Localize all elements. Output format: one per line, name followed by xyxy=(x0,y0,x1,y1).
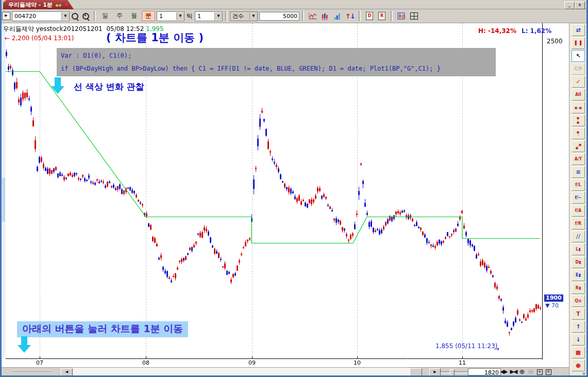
pattern-e-tool-icon[interactable]: E▮ xyxy=(572,269,585,281)
left-scrollbar[interactable] xyxy=(2,23,6,359)
more-tools-chevron[interactable]: » xyxy=(581,372,586,375)
doc-d-icon[interactable]: D xyxy=(364,11,375,21)
doc-r-icon[interactable]: R xyxy=(376,11,388,21)
parallel-lines-tool-icon[interactable]: ≡ xyxy=(572,166,585,178)
tab-close-icon[interactable]: ✕ xyxy=(64,2,69,8)
note-observe: 선 색상 변화 관찰 xyxy=(74,81,144,93)
zoom-slider[interactable] xyxy=(441,371,468,373)
pattern-l-tool-icon[interactable]: L▮ xyxy=(572,243,585,255)
vertical-line-tool-icon[interactable]: ●─● xyxy=(572,114,585,126)
period-button-분[interactable]: 분 xyxy=(142,11,155,21)
minimize-button[interactable]: _ xyxy=(564,2,575,9)
pattern-r-tool-icon[interactable]: R▮ xyxy=(572,282,585,294)
note-bottom: 아래의 버튼을 눌러 차트를 1분 이동 xyxy=(17,321,188,337)
scroll-down-button[interactable]: ↓ xyxy=(572,334,585,346)
main-toolbar: ▶ 004720 ▼ + 일주월분 1 ▼ 틱 1 ▼ 건수 ▼ 5000 ↑↓… xyxy=(0,9,588,23)
fib-retracement-tool-icon[interactable]: f/R xyxy=(572,218,585,230)
code-line-1: Var : D1(0), C1(0); xyxy=(57,48,496,61)
left-scrollbar-thumb[interactable] xyxy=(2,178,5,222)
resize-handle[interactable] xyxy=(12,370,52,373)
delete-check-icon[interactable]: ✓ xyxy=(572,76,585,88)
delete-all-icon[interactable]: All xyxy=(572,89,585,101)
chevron-down-icon[interactable]: ▼ xyxy=(214,12,222,20)
note-title: ( 차트를 1분 이동 ) xyxy=(106,30,204,45)
pattern-d-tool-icon-glyph: D▮ xyxy=(575,260,581,265)
scroll-left-button[interactable]: ◀ xyxy=(61,368,73,376)
chevron-down-icon[interactable]: ▼ xyxy=(61,12,69,20)
pan-buttons-icon[interactable]: ◀▶ xyxy=(498,368,509,375)
count-combo[interactable]: 건수 ▼ xyxy=(230,11,258,21)
interval-value: 1 xyxy=(157,13,176,20)
cp-tool-icon-glyph: C/P xyxy=(575,67,582,71)
table-icon[interactable] xyxy=(408,11,419,21)
text-note-tool-icon[interactable]: A/T xyxy=(572,153,585,165)
cursor-icon-glyph: ↖ xyxy=(576,53,580,59)
compress-icon[interactable]: ▶◀ xyxy=(508,368,518,375)
record-button[interactable]: ● xyxy=(572,359,585,371)
close-button[interactable]: x xyxy=(575,2,585,9)
text-tool-icon-glyph: T xyxy=(576,310,580,317)
scroll-right-button[interactable]: ▶ xyxy=(429,368,441,376)
bar-count-input[interactable]: 1820 xyxy=(468,368,501,375)
search-plus-icon[interactable]: + xyxy=(82,13,89,20)
updown-arrows-icon[interactable]: ↑↓ xyxy=(344,11,356,21)
scrollbar-thumb[interactable] xyxy=(410,368,422,376)
tick-combo[interactable]: 1 ▼ xyxy=(195,11,223,21)
search-icon[interactable] xyxy=(72,13,78,20)
count-input[interactable]: 5000 xyxy=(259,12,299,21)
drawing-toolbar: ⇄▌▐↖C/P✓All●─●●─●●─●─●A/T≡f/Lf/~f/Af/R//… xyxy=(569,23,587,377)
down-arrow-icon xyxy=(21,336,27,345)
candle-chart-icon[interactable]: ▌▐ xyxy=(572,37,585,49)
fib-line-tool-icon[interactable]: f/L xyxy=(572,179,585,191)
refresh-icon[interactable]: ⇄ xyxy=(572,24,585,36)
low-percent: L: 1,62% xyxy=(522,27,551,35)
horizontal-line-tool-icon-glyph: ●─● xyxy=(575,106,582,109)
scroll-up-button-glyph: ↑ xyxy=(576,323,580,330)
symbol-combo[interactable]: 004720 ▼ xyxy=(12,11,70,21)
quote-list-tool-icon[interactable]: Q≡ xyxy=(572,295,585,307)
symbol-prefix-icon[interactable]: ▶ xyxy=(2,12,10,20)
tick-value: 1 xyxy=(195,13,214,20)
candle-box-icon[interactable] xyxy=(396,11,407,21)
pattern-d-tool-icon[interactable]: D▮ xyxy=(572,256,585,268)
fib-fan-tool-icon[interactable]: f/A xyxy=(572,205,585,217)
quote-list-tool-icon-glyph: Q≡ xyxy=(575,299,582,303)
pattern-l-tool-icon-glyph: L▮ xyxy=(576,247,581,252)
trendline-tool-icon[interactable]: ●─● xyxy=(572,140,585,152)
chevron-down-icon[interactable]: ▼ xyxy=(249,12,257,20)
horizontal-line-tool-icon[interactable]: ●─● xyxy=(572,102,585,113)
stop-button[interactable]: ■ xyxy=(572,347,585,358)
high-percent: H: -14,32% xyxy=(478,27,516,35)
channel-tool-icon[interactable]: // xyxy=(572,231,585,242)
bar-chart-icon[interactable] xyxy=(320,11,331,21)
line-chart-icon[interactable] xyxy=(307,11,318,21)
fib-fan-tool-icon-glyph: f/A xyxy=(575,208,582,213)
channel-tool-icon-glyph: // xyxy=(576,233,580,240)
vertical-line-tool-icon-glyph: ●─● xyxy=(577,117,580,124)
close-panel-icon[interactable]: × xyxy=(544,368,552,375)
scroll-up-button[interactable]: ↑ xyxy=(572,321,585,333)
zoom-slider-knob[interactable] xyxy=(450,369,455,376)
separator xyxy=(359,11,361,21)
chart-tab[interactable]: 우리들제약 - 1분 ✕ xyxy=(3,0,74,9)
zoom-out-icon[interactable]: ⊖ xyxy=(527,368,535,375)
text-tool-icon[interactable]: T xyxy=(572,308,585,320)
grid-toggle-icon[interactable]: + xyxy=(535,368,544,375)
fib-arc-tool-icon[interactable]: f/~ xyxy=(572,192,585,204)
scrollbar-track[interactable] xyxy=(72,368,410,376)
x-tick-label: 08 xyxy=(142,359,149,366)
half-line-tool-icon[interactable]: ●─ xyxy=(572,127,585,139)
interval-combo[interactable]: 1 ▼ xyxy=(157,11,184,21)
x-axis-labels: 0708091011 xyxy=(2,359,543,367)
zoom-in-icon[interactable]: ⊕ xyxy=(518,368,526,375)
period-button-일[interactable]: 일 xyxy=(98,11,112,21)
cursor-icon[interactable]: ↖ xyxy=(572,50,585,62)
chevron-down-icon[interactable]: ▼ xyxy=(176,12,184,20)
down-arrow-icon xyxy=(55,77,61,86)
period-button-주[interactable]: 주 xyxy=(113,11,126,21)
high-price-annotation: ← 2,200 (05/04 13:01) xyxy=(5,35,74,42)
cp-tool-icon[interactable]: C/P xyxy=(572,63,585,75)
period-button-월[interactable]: 월 xyxy=(127,11,141,21)
volume-bars-icon[interactable] xyxy=(332,11,343,21)
trendline-tool-icon-glyph: ●─● xyxy=(575,142,582,150)
